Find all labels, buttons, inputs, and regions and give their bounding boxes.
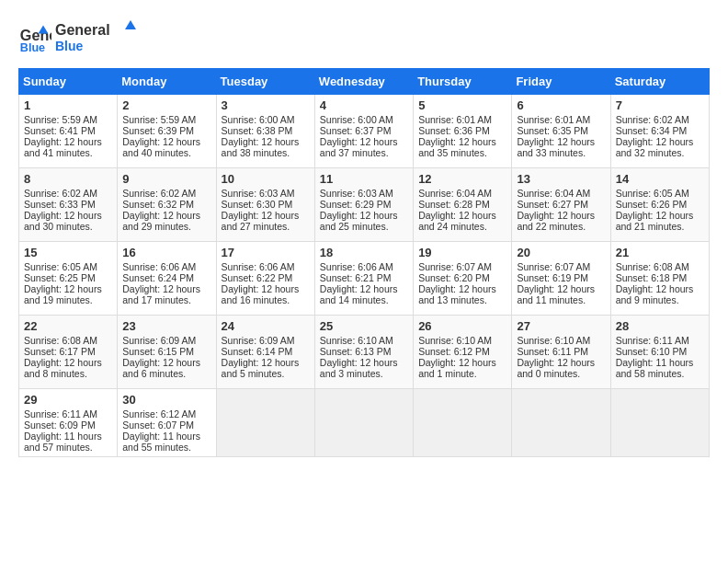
day-info: Sunset: 6:33 PM [24, 199, 112, 210]
col-saturday: Saturday [610, 69, 709, 95]
day-number: 9 [122, 172, 210, 186]
day-info: Sunset: 6:30 PM [222, 199, 310, 210]
calendar-cell: 19Sunrise: 6:07 AMSunset: 6:20 PMDayligh… [414, 242, 512, 316]
calendar-cell [314, 389, 413, 457]
calendar-cell [216, 389, 314, 457]
day-info: Sunrise: 6:02 AM [24, 188, 112, 199]
day-number: 16 [122, 246, 210, 259]
day-info: Sunrise: 6:12 AM [122, 408, 210, 419]
day-info: Sunrise: 6:09 AM [222, 335, 310, 346]
day-info: Sunset: 6:38 PM [222, 125, 310, 136]
day-info: Sunset: 6:25 PM [24, 272, 112, 283]
day-info: and 37 minutes. [320, 147, 408, 158]
day-info: Sunrise: 6:11 AM [24, 408, 112, 419]
day-info: and 5 minutes. [222, 368, 310, 379]
calendar-cell: 3Sunrise: 6:00 AMSunset: 6:38 PMDaylight… [216, 95, 314, 168]
day-info: Daylight: 12 hours [122, 210, 210, 221]
day-info: Daylight: 12 hours [122, 136, 210, 147]
day-info: Daylight: 12 hours [517, 357, 605, 368]
svg-text:General: General [20, 27, 51, 43]
calendar-cell: 18Sunrise: 6:06 AMSunset: 6:21 PMDayligh… [314, 242, 413, 316]
calendar-cell: 28Sunrise: 6:11 AMSunset: 6:10 PMDayligh… [610, 316, 709, 389]
day-info: Sunset: 6:39 PM [122, 125, 210, 136]
day-info: Daylight: 12 hours [616, 136, 704, 147]
calendar-table: SundayMondayTuesdayWednesdayThursdayFrid… [18, 68, 710, 457]
calendar-cell: 29Sunrise: 6:11 AMSunset: 6:09 PMDayligh… [19, 389, 118, 457]
day-number: 14 [616, 172, 704, 186]
calendar-body: 1Sunrise: 5:59 AMSunset: 6:41 PMDaylight… [19, 95, 710, 457]
calendar-cell: 26Sunrise: 6:10 AMSunset: 6:12 PMDayligh… [414, 316, 512, 389]
day-info: Sunset: 6:37 PM [320, 125, 408, 136]
day-info: Daylight: 12 hours [517, 283, 605, 294]
header-row: SundayMondayTuesdayWednesdayThursdayFrid… [19, 69, 710, 95]
calendar-cell: 10Sunrise: 6:03 AMSunset: 6:30 PMDayligh… [216, 168, 314, 242]
day-info: Sunset: 6:24 PM [122, 272, 210, 283]
day-info: and 9 minutes. [616, 294, 704, 305]
calendar-cell: 22Sunrise: 6:08 AMSunset: 6:17 PMDayligh… [19, 316, 118, 389]
day-info: Sunrise: 6:06 AM [320, 261, 408, 272]
col-monday: Monday [118, 69, 216, 95]
calendar-cell: 24Sunrise: 6:09 AMSunset: 6:14 PMDayligh… [216, 316, 314, 389]
calendar-cell: 12Sunrise: 6:04 AMSunset: 6:28 PMDayligh… [414, 168, 512, 242]
col-friday: Friday [512, 69, 610, 95]
day-info: Daylight: 12 hours [517, 136, 605, 147]
day-info: Sunrise: 6:08 AM [24, 335, 112, 346]
day-number: 26 [418, 319, 506, 333]
day-number: 3 [222, 98, 310, 112]
day-number: 5 [418, 98, 506, 112]
day-number: 28 [616, 319, 704, 333]
day-info: Sunrise: 6:10 AM [320, 335, 408, 346]
day-info: Sunrise: 6:10 AM [418, 335, 506, 346]
day-info: Sunrise: 6:05 AM [616, 188, 704, 199]
day-info: Sunrise: 6:04 AM [517, 188, 605, 199]
day-info: Sunset: 6:36 PM [418, 125, 506, 136]
day-info: Sunrise: 6:09 AM [122, 335, 210, 346]
day-info: Sunrise: 6:10 AM [517, 335, 605, 346]
logo-svg: General Blue [55, 18, 138, 55]
calendar-cell: 11Sunrise: 6:03 AMSunset: 6:29 PMDayligh… [314, 168, 413, 242]
calendar-cell: 14Sunrise: 6:05 AMSunset: 6:26 PMDayligh… [610, 168, 709, 242]
day-number: 18 [320, 246, 408, 259]
day-info: Sunrise: 6:07 AM [418, 261, 506, 272]
day-info: and 27 minutes. [222, 221, 310, 232]
day-info: Sunset: 6:27 PM [517, 199, 605, 210]
calendar-cell: 8Sunrise: 6:02 AMSunset: 6:33 PMDaylight… [19, 168, 118, 242]
calendar-cell: 23Sunrise: 6:09 AMSunset: 6:15 PMDayligh… [118, 316, 216, 389]
day-info: Sunset: 6:28 PM [418, 199, 506, 210]
day-info: Sunrise: 6:08 AM [616, 261, 704, 272]
day-info: Daylight: 12 hours [222, 210, 310, 221]
day-info: Sunset: 6:12 PM [418, 346, 506, 357]
calendar-header: SundayMondayTuesdayWednesdayThursdayFrid… [19, 69, 710, 95]
calendar-cell: 13Sunrise: 6:04 AMSunset: 6:27 PMDayligh… [512, 168, 610, 242]
day-number: 29 [24, 393, 112, 407]
day-number: 22 [24, 319, 112, 333]
day-info: Sunset: 6:19 PM [517, 272, 605, 283]
day-number: 19 [418, 246, 506, 259]
day-number: 21 [616, 246, 704, 259]
day-number: 8 [24, 172, 112, 186]
col-thursday: Thursday [414, 69, 512, 95]
day-info: and 30 minutes. [24, 221, 112, 232]
day-number: 12 [418, 172, 506, 186]
day-number: 6 [517, 98, 605, 112]
day-info: Daylight: 12 hours [418, 283, 506, 294]
day-info: and 55 minutes. [122, 442, 210, 453]
day-number: 13 [517, 172, 605, 186]
day-info: and 38 minutes. [222, 147, 310, 158]
day-info: Sunset: 6:29 PM [320, 199, 408, 210]
day-info: and 35 minutes. [418, 147, 506, 158]
calendar-cell: 20Sunrise: 6:07 AMSunset: 6:19 PMDayligh… [512, 242, 610, 316]
calendar-cell: 25Sunrise: 6:10 AMSunset: 6:13 PMDayligh… [314, 316, 413, 389]
day-number: 7 [616, 98, 704, 112]
calendar-cell: 7Sunrise: 6:02 AMSunset: 6:34 PMDaylight… [610, 95, 709, 168]
day-info: Sunset: 6:09 PM [24, 419, 112, 431]
day-info: Sunset: 6:14 PM [222, 346, 310, 357]
day-number: 30 [122, 393, 210, 407]
calendar-cell: 5Sunrise: 6:01 AMSunset: 6:36 PMDaylight… [414, 95, 512, 168]
day-info: and 32 minutes. [616, 147, 704, 158]
day-number: 27 [517, 319, 605, 333]
day-info: Sunset: 6:22 PM [222, 272, 310, 283]
day-info: Sunset: 6:41 PM [24, 125, 112, 136]
day-number: 25 [320, 319, 408, 333]
day-info: Sunrise: 6:03 AM [222, 188, 310, 199]
